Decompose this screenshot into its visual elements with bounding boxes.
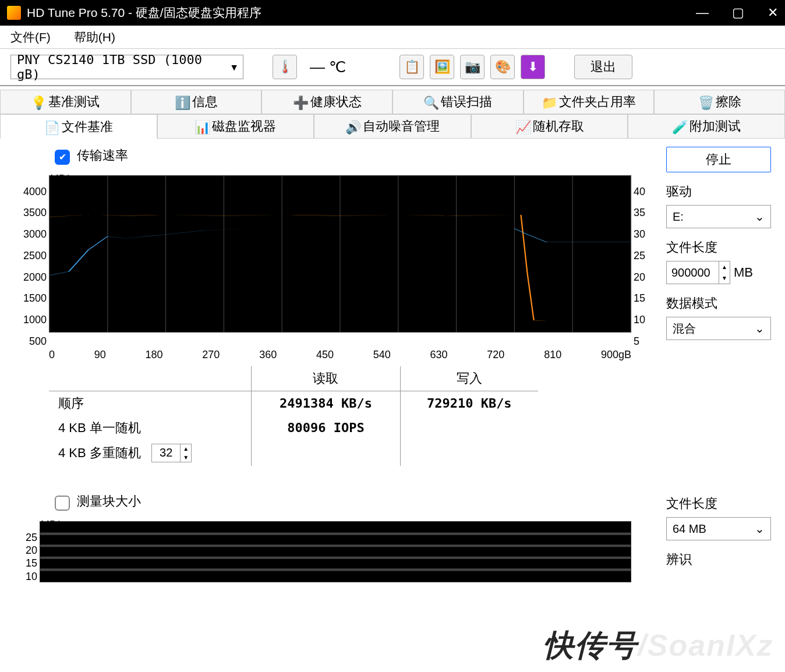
file-length-section: 文件长度 900000 ▲▼ MB	[666, 239, 771, 284]
arrow-down-icon[interactable]: ▼	[719, 273, 730, 284]
chevron-down-icon: ⌄	[755, 522, 765, 536]
toolbar: PNY CS2140 1TB SSD (1000 gB) ▼ 🌡️ — ℃ 📋 …	[0, 49, 785, 86]
close-button[interactable]: ✕	[768, 5, 778, 20]
col-write: 写入	[400, 366, 538, 391]
drive-label: 驱动	[666, 183, 771, 200]
side-panel: 停止 驱动 E:⌄ 文件长度 900000 ▲▼ MB 数据模式 混合⌄	[666, 147, 771, 597]
health-icon: ➕	[293, 96, 306, 108]
folder-icon: 📁	[542, 96, 554, 108]
transfer-rate-label: 传输速率	[77, 148, 128, 162]
tab-disk-monitor[interactable]: 📊磁盘监视器	[157, 114, 314, 139]
file-length-2-section: 文件长度 64 MB⌄	[666, 495, 771, 540]
tab-random-access[interactable]: 📈随机存取	[471, 114, 628, 139]
maximize-button[interactable]: ▢	[732, 5, 744, 20]
y-axis-left: 4000350030002500200015001000500	[14, 186, 49, 348]
file-length-label: 文件长度	[666, 239, 771, 256]
file-length-unit: MB	[734, 265, 753, 280]
bulb-icon: 💡	[31, 96, 44, 108]
table-row: 4 KB 多重随机 ▲▼	[49, 440, 538, 466]
copy-text-button[interactable]: 📋	[399, 55, 424, 79]
file-icon: 📄	[44, 121, 57, 133]
random-icon: 📈	[515, 120, 528, 133]
window-title: HD Tune Pro 5.70 - 硬盘/固态硬盘实用程序	[27, 5, 696, 21]
table-row: 4 KB 单一随机80096 IOPS	[49, 416, 538, 440]
block-chart: read write MB/s 25201510	[14, 521, 655, 597]
transfer-chart: MB/s ms 4000350030002500200015001000500 …	[14, 175, 655, 362]
table-row: 顺序2491384 KB/s729210 KB/s	[49, 391, 538, 416]
file-length-2-select[interactable]: 64 MB⌄	[666, 517, 771, 540]
plot-area	[49, 175, 631, 333]
tab-extra-tests[interactable]: 🧪附加测试	[628, 114, 785, 139]
file-benchmark-panel: ✔ 传输速率 MB/s ms 4000350030002500200015001…	[0, 139, 785, 597]
save-button[interactable]: ⬇	[521, 55, 545, 79]
minimize-button[interactable]: —	[696, 5, 709, 20]
col-read: 读取	[252, 366, 400, 391]
copy-image-button[interactable]: 🖼️	[430, 55, 454, 79]
menubar: 文件(F) 帮助(H)	[0, 26, 785, 49]
file-length-spinner[interactable]: 900000 ▲▼	[666, 261, 730, 284]
stop-button[interactable]: 停止	[666, 147, 771, 172]
tab-erase[interactable]: 🗑️擦除	[654, 90, 785, 114]
chevron-down-icon: ▼	[231, 62, 237, 73]
exit-button[interactable]: 退出	[574, 55, 632, 79]
file-length-2-label: 文件长度	[666, 495, 771, 512]
drive-letter-select[interactable]: E:⌄	[666, 205, 771, 228]
titlebar: HD Tune Pro 5.70 - 硬盘/固态硬盘实用程序 — ▢ ✕	[0, 0, 785, 26]
results-table: 读取 写入 顺序2491384 KB/s729210 KB/s4 KB 单一随机…	[49, 366, 538, 466]
app-icon	[7, 6, 21, 20]
data-mode-section: 数据模式 混合⌄	[666, 295, 771, 340]
tab-error-scan[interactable]: 🔍错误扫描	[392, 90, 524, 114]
temperature-value: — ℃	[310, 58, 346, 76]
watermark: 快传号/SoanIXz	[543, 625, 773, 666]
drive-section: 驱动 E:⌄	[666, 183, 771, 228]
y-axis-2: 25201510	[14, 532, 40, 583]
thermometer-icon[interactable]: 🌡️	[273, 55, 297, 79]
data-mode-select[interactable]: 混合⌄	[666, 317, 771, 340]
extra-icon: 🧪	[672, 120, 685, 133]
chevron-down-icon: ⌄	[755, 321, 765, 335]
tab-info[interactable]: ℹ️信息	[131, 90, 262, 114]
speaker-icon: 🔊	[345, 120, 358, 133]
chevron-down-icon: ⌄	[755, 210, 765, 224]
menu-file[interactable]: 文件(F)	[10, 29, 51, 45]
drive-select[interactable]: PNY CS2140 1TB SSD (1000 gB) ▼	[10, 55, 243, 79]
tab-file-benchmark[interactable]: 📄文件基准	[0, 114, 157, 139]
multi-random-spinner[interactable]: ▲▼	[151, 444, 192, 462]
data-mode-label: 数据模式	[666, 295, 771, 312]
block-size-label: 测量块大小	[77, 494, 141, 508]
recognize-label: 辨识	[666, 551, 771, 568]
chart-icon: 📊	[195, 120, 207, 133]
tab-folder-usage[interactable]: 📁文件夹占用率	[524, 90, 655, 114]
arrow-up-icon[interactable]: ▲	[719, 261, 730, 273]
search-icon: 🔍	[423, 96, 436, 108]
drive-select-value: PNY CS2140 1TB SSD (1000 gB)	[17, 52, 231, 82]
transfer-rate-checkbox[interactable]: ✔	[55, 150, 70, 165]
trash-icon: 🗑️	[698, 96, 711, 108]
tab-health[interactable]: ➕健康状态	[261, 90, 392, 114]
block-size-checkbox[interactable]	[55, 496, 70, 511]
screenshot-button[interactable]: 📷	[460, 55, 485, 79]
options-button[interactable]: 🎨	[490, 55, 515, 79]
plot-area-2	[40, 521, 631, 582]
menu-help[interactable]: 帮助(H)	[74, 29, 115, 45]
tabs: 💡基准测试 ℹ️信息 ➕健康状态 🔍错误扫描 📁文件夹占用率 🗑️擦除 📄文件基…	[0, 86, 785, 139]
info-icon: ℹ️	[175, 96, 188, 108]
tab-aam[interactable]: 🔊自动噪音管理	[314, 114, 471, 139]
x-axis: 090180270360450540630720810900gB	[49, 349, 631, 362]
tab-benchmark[interactable]: 💡基准测试	[0, 90, 131, 114]
y-axis-right: 403530252015105	[631, 186, 655, 348]
